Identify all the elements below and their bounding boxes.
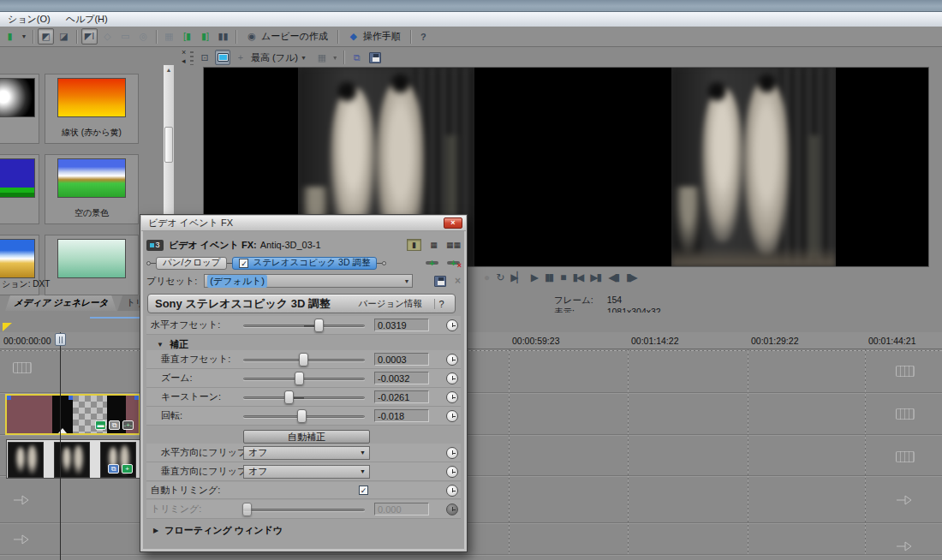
floating-window-toggle[interactable]: ▶ フローティング ウィンドウ <box>153 524 283 537</box>
param-value-input[interactable]: 0.0319 <box>374 319 429 331</box>
scroll-up-icon[interactable]: ▲ <box>164 67 174 73</box>
slider-thumb[interactable] <box>284 390 294 404</box>
playhead-handle[interactable] <box>55 333 66 346</box>
close-icon[interactable]: × <box>444 217 462 229</box>
preset-combobox[interactable]: (デフォルト) ▼ <box>204 274 413 288</box>
whats-this-help-icon[interactable]: ? <box>415 28 432 45</box>
slider-thumb[interactable] <box>297 409 307 423</box>
plugin-help-button[interactable]: ? <box>434 299 448 309</box>
event-fx-tool-icon[interactable]: ◪ <box>56 28 72 45</box>
stop-button[interactable]: ■ <box>560 272 564 283</box>
window-titlebar[interactable] <box>0 0 942 12</box>
go-to-start-button[interactable]: ▮◀ <box>572 272 582 283</box>
generator-preset-item[interactable] <box>45 235 139 295</box>
animate-clock-icon[interactable] <box>446 354 458 366</box>
auto-ripple-icon[interactable]: ▮] <box>197 28 213 45</box>
slider-thumb[interactable] <box>314 319 324 332</box>
flip-vertical-dropdown[interactable]: オフ▼ <box>243 465 370 479</box>
param-value-input[interactable]: -0.0032 <box>374 372 429 384</box>
loop-region-bar[interactable] <box>90 317 140 319</box>
record-button[interactable]: ● <box>484 272 488 283</box>
marker-icon[interactable] <box>3 323 12 331</box>
grid-overlay-icon[interactable]: ▦ <box>314 50 330 65</box>
grid-dropdown-caret[interactable]: ▼ <box>332 55 338 61</box>
layout-one-column-icon[interactable]: ▮ <box>407 239 421 251</box>
slider-thumb[interactable] <box>295 372 304 385</box>
event-copy-icon[interactable]: ⧉ <box>109 420 120 430</box>
preview-drag-grip[interactable] <box>190 51 194 65</box>
paste-insert-icon[interactable]: ▮ <box>2 28 18 45</box>
overlay-add-icon[interactable]: + <box>233 50 248 65</box>
version-info-link[interactable]: バージョン情報 <box>359 298 422 310</box>
quality-dropdown-caret[interactable]: ▼ <box>301 55 307 61</box>
toolbar-dropdown-caret[interactable]: ▼ <box>20 28 28 45</box>
selection-edit-tool-icon[interactable]: ▭ <box>117 28 134 45</box>
video-event-filmstrip[interactable]: ⧉ + <box>6 439 140 479</box>
combo-caret-icon[interactable]: ▼ <box>403 278 409 284</box>
menu-options[interactable]: ション(O) <box>0 12 58 27</box>
chain-pan-crop-button[interactable]: パン/クロップ <box>156 257 227 270</box>
menu-help[interactable]: ヘルプ(H) <box>58 12 116 27</box>
next-frame-button[interactable]: ▮▶ <box>626 272 636 283</box>
correction-group-toggle[interactable]: ▼ 補正 <box>157 338 188 351</box>
external-monitor-icon[interactable]: ⊡ <box>197 50 212 65</box>
event-pan-crop-icon[interactable]: ◩ <box>38 28 54 45</box>
event-handle-dot[interactable] <box>69 396 73 400</box>
event-handle-dot[interactable] <box>7 396 11 400</box>
normal-edit-tool-icon[interactable]: ◤I <box>81 28 98 45</box>
add-plugin-icon[interactable]: + <box>425 258 439 268</box>
event-handle-dot[interactable] <box>134 396 139 400</box>
animate-clock-icon[interactable] <box>446 372 458 384</box>
animate-clock-icon[interactable] <box>446 466 458 478</box>
plugin-enabled-checkbox[interactable]: ✓ <box>239 259 248 268</box>
save-preset-icon[interactable] <box>434 276 446 287</box>
make-movie-button[interactable]: ◉ ムービーの作成 <box>241 28 333 45</box>
dialog-titlebar[interactable]: ビデオ イベント FX <box>141 216 466 231</box>
generator-preset-item[interactable]: 緑 バー <box>0 154 39 224</box>
animate-clock-icon[interactable] <box>446 410 458 422</box>
tab-media-generators[interactable]: メディア ジェネレータ <box>5 295 116 311</box>
selected-video-event[interactable]: ▬ ⧉ -+- <box>5 394 140 435</box>
animate-clock-icon[interactable] <box>446 319 458 331</box>
go-to-end-button[interactable]: ▶▮ <box>590 272 600 283</box>
lock-envelopes-icon[interactable]: ▮▮ <box>215 28 231 45</box>
rotation-slider[interactable] <box>243 409 365 423</box>
horizontal-offset-slider[interactable] <box>243 319 365 332</box>
loop-playback-button[interactable]: ↻ <box>496 272 503 283</box>
envelope-edit-tool-icon[interactable]: ◇ <box>99 28 116 45</box>
copy-snapshot-icon[interactable]: ⧉ <box>349 50 365 65</box>
generator-panel-scrollbar[interactable]: ▲ <box>163 64 175 215</box>
event-properties-icon[interactable]: ⧉ <box>108 464 119 474</box>
enable-snapping-icon[interactable]: ▦ <box>161 28 177 45</box>
keystone-slider[interactable] <box>243 390 365 404</box>
delete-preset-icon[interactable]: × <box>455 275 461 287</box>
play-button[interactable]: ▶ <box>531 272 537 283</box>
zoom-slider[interactable] <box>243 372 365 385</box>
layout-three-column-icon[interactable]: ▦▦ <box>446 239 461 251</box>
pause-button[interactable]: ▮▮ <box>545 272 552 283</box>
auto-correct-button[interactable]: 自動補正 <box>243 430 370 444</box>
generated-media-icon[interactable]: ▬ <box>95 420 106 430</box>
play-from-start-button[interactable]: ▶▏ <box>510 272 522 283</box>
animate-clock-icon[interactable] <box>446 391 458 403</box>
slider-thumb[interactable] <box>299 353 308 366</box>
preview-close-icon[interactable]: × <box>182 49 186 56</box>
vertical-offset-slider[interactable] <box>243 353 365 366</box>
event-add-fx-icon[interactable]: + <box>122 464 133 474</box>
animate-clock-icon[interactable] <box>446 485 458 497</box>
zoom-edit-tool-icon[interactable]: ◎ <box>135 28 152 45</box>
preview-pin-icon[interactable]: ◂ <box>182 57 186 64</box>
layout-two-column-icon[interactable]: ▦ <box>426 239 441 251</box>
auto-crossfade-icon[interactable]: [▮ <box>179 28 195 45</box>
remove-plugin-icon[interactable]: +× <box>446 258 461 268</box>
param-value-input[interactable]: 0.0003 <box>374 353 429 366</box>
generator-preset-item[interactable]: 空の景色 <box>45 154 139 224</box>
show-me-how-button[interactable]: ◆ 操作手順 <box>343 28 406 45</box>
generator-preset-item[interactable]: 線状 (赤から黄) <box>45 74 139 144</box>
chain-stereoscopic-3d-button[interactable]: ✓ ステレオスコピック 3D 調整 <box>232 257 377 270</box>
animate-clock-icon[interactable] <box>446 503 458 515</box>
param-value-input[interactable]: -0.0261 <box>374 390 429 403</box>
video-preview-quality-icon[interactable] <box>215 50 230 65</box>
auto-trim-checkbox[interactable]: ✓ <box>359 486 368 495</box>
flip-horizontal-dropdown[interactable]: オフ▼ <box>243 446 370 460</box>
